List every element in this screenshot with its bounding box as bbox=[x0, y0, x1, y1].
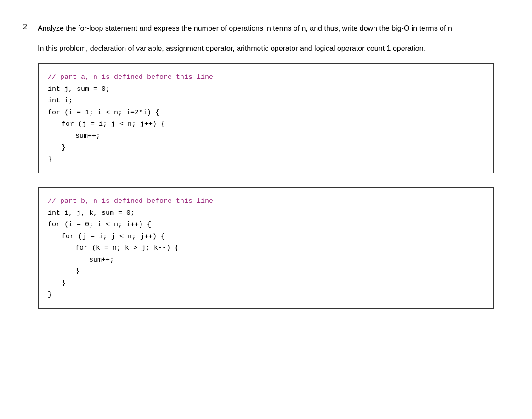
code-a-line6: } bbox=[48, 142, 484, 154]
code-b-line3: for (j = i; j < n; j++) { bbox=[48, 231, 484, 243]
question-title: Analyze the for-loop statement and expre… bbox=[38, 23, 454, 34]
code-b-line2: for (i = 0; i < n; i++) { bbox=[48, 219, 484, 231]
code-block-a: // part a, n is defined before this line… bbox=[38, 63, 494, 173]
code-a-line5: sum++; bbox=[48, 130, 484, 142]
code-b-line8: } bbox=[48, 289, 484, 301]
code-b-line7: } bbox=[48, 278, 484, 290]
question-container: 2. Analyze the for-loop statement and ex… bbox=[18, 14, 514, 332]
code-block-b: // part b, n is defined before this line… bbox=[38, 187, 494, 309]
comment-a: // part a, n is defined before this line bbox=[48, 72, 484, 84]
code-a-line7: } bbox=[48, 154, 484, 166]
code-b-line4: for (k = n; k > j; k--) { bbox=[48, 242, 484, 254]
code-b-line6: } bbox=[48, 266, 484, 278]
code-a-line2: int i; bbox=[48, 95, 484, 107]
code-b-line5: sum++; bbox=[48, 254, 484, 266]
code-a-line4: for (j = i; j < n; j++) { bbox=[48, 118, 484, 130]
question-description: In this problem, declaration of variable… bbox=[38, 43, 509, 54]
comment-b: // part b, n is defined before this line bbox=[48, 196, 484, 207]
question-number: 2. bbox=[23, 23, 32, 34]
code-a-line1: int j, sum = 0; bbox=[48, 84, 484, 95]
question-header: 2. Analyze the for-loop statement and ex… bbox=[23, 23, 509, 34]
code-a-line3: for (i = 1; i < n; i=2*i) { bbox=[48, 107, 484, 119]
code-b-line1: int i, j, k, sum = 0; bbox=[48, 207, 484, 219]
